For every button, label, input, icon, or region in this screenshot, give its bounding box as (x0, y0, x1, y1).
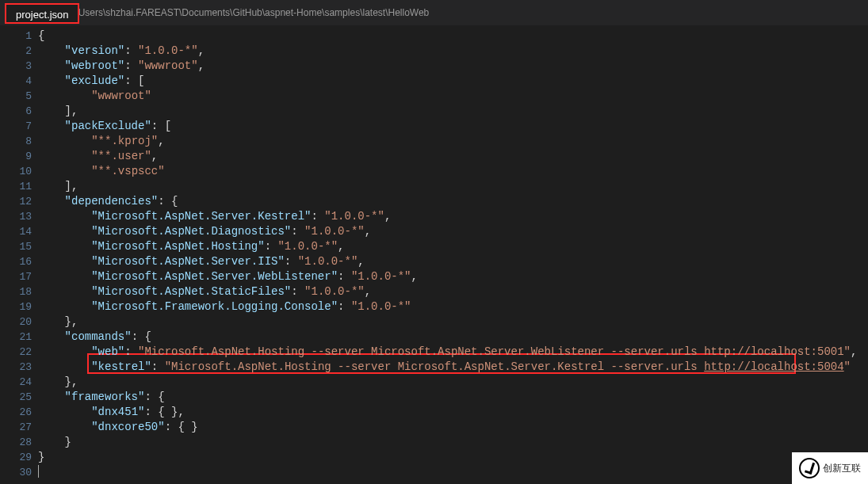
line-number: 12 (0, 194, 38, 209)
line-number: 8 (0, 134, 38, 149)
watermark-text: 创新互联 (823, 463, 861, 473)
line-number: 10 (0, 164, 38, 179)
text-cursor (38, 465, 39, 478)
line-number: 19 (0, 299, 38, 314)
tab-bar: project.json :\Users\shzhai.FAREAST\Docu… (0, 0, 868, 25)
tab-project-json[interactable]: project.json (5, 3, 79, 24)
code-line: "Microsoft.AspNet.Diagnostics": "1.0.0-*… (38, 224, 868, 239)
code-line: "exclude": [ (38, 74, 868, 89)
line-number-gutter: 1234567891011121314151617181920212223242… (0, 25, 38, 484)
line-number: 11 (0, 179, 38, 194)
line-number: 29 (0, 450, 38, 465)
code-line: "Microsoft.AspNet.Server.Kestrel": "1.0.… (38, 209, 868, 224)
code-line: "dnx451": { }, (38, 405, 868, 420)
code-line: "**.vspscc" (38, 164, 868, 179)
line-number: 25 (0, 390, 38, 405)
line-number: 23 (0, 360, 38, 375)
code-line: "frameworks": { (38, 390, 868, 405)
line-number: 3 (0, 59, 38, 74)
code-line: { (38, 29, 868, 44)
line-number: 4 (0, 74, 38, 89)
file-path: :\Users\shzhai.FAREAST\Documents\GitHub\… (73, 0, 429, 25)
code-line: "**.kproj", (38, 134, 868, 149)
line-number: 21 (0, 330, 38, 345)
line-number: 13 (0, 209, 38, 224)
code-line: "**.user", (38, 149, 868, 164)
line-number: 30 (0, 465, 38, 480)
line-number: 9 (0, 149, 38, 164)
watermark-logo-icon (799, 458, 820, 478)
line-number: 14 (0, 224, 38, 239)
code-line: "wwwroot" (38, 89, 868, 104)
line-number: 20 (0, 314, 38, 330)
code-line: "dnxcore50": { } (38, 420, 868, 435)
code-line: "Microsoft.AspNet.StaticFiles": "1.0.0-*… (38, 284, 868, 299)
line-number: 5 (0, 89, 38, 104)
line-number: 17 (0, 269, 38, 284)
code-line: } (38, 435, 868, 450)
line-number: 16 (0, 254, 38, 269)
code-line: "Microsoft.AspNet.Server.IIS": "1.0.0-*"… (38, 254, 868, 269)
line-number: 6 (0, 104, 38, 119)
code-line: }, (38, 314, 868, 330)
code-line: } (38, 450, 868, 465)
code-line: "webroot": "wwwroot", (38, 59, 868, 74)
watermark: 创新互联 (792, 452, 868, 484)
code-line: "packExclude": [ (38, 119, 868, 134)
code-line: "web": "Microsoft.AspNet.Hosting --serve… (38, 345, 868, 360)
code-line: "kestrel": "Microsoft.AspNet.Hosting --s… (38, 360, 868, 375)
localhost-url[interactable]: http://localhost:5004 (704, 360, 843, 373)
code-line: "Microsoft.AspNet.Server.WebListener": "… (38, 269, 868, 284)
line-number: 26 (0, 405, 38, 420)
line-number: 15 (0, 239, 38, 254)
line-number: 24 (0, 375, 38, 390)
line-number: 2 (0, 44, 38, 59)
code-line: "Microsoft.AspNet.Hosting": "1.0.0-*", (38, 239, 868, 254)
code-line: ], (38, 179, 868, 194)
code-line: "dependencies": { (38, 194, 868, 209)
line-number: 28 (0, 435, 38, 450)
code-line: }, (38, 375, 868, 390)
line-number: 1 (0, 29, 38, 44)
line-number: 22 (0, 345, 38, 360)
editor[interactable]: 1234567891011121314151617181920212223242… (0, 25, 868, 484)
code-line: ], (38, 104, 868, 119)
line-number: 18 (0, 284, 38, 299)
code-area[interactable]: { "version": "1.0.0-*", "webroot": "wwwr… (38, 25, 868, 484)
code-line: "Microsoft.Framework.Logging.Console": "… (38, 299, 868, 314)
line-number: 7 (0, 119, 38, 134)
code-line: "version": "1.0.0-*", (38, 44, 868, 59)
code-line (38, 465, 868, 480)
line-number: 27 (0, 420, 38, 435)
code-line: "commands": { (38, 330, 868, 345)
